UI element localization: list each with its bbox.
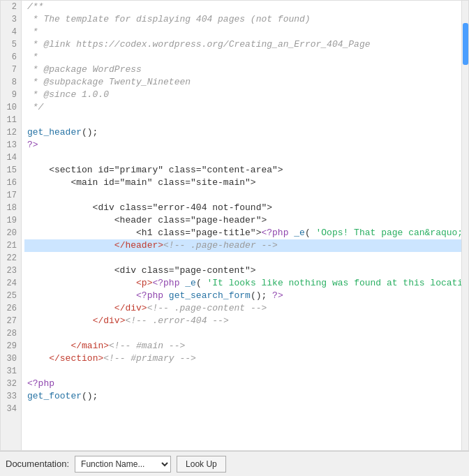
code-line: get_footer(); bbox=[24, 390, 461, 403]
line-number: 26 bbox=[1, 302, 21, 315]
code-line: * @package WordPress bbox=[24, 64, 461, 76]
line-number: 18 bbox=[1, 202, 21, 214]
code-line: <div class="error-404 not-found"> bbox=[24, 202, 461, 214]
code-line: <?php bbox=[24, 378, 461, 390]
line-number: 12 bbox=[1, 126, 21, 139]
line-number: 16 bbox=[1, 177, 21, 189]
code-line: </section><!-- #primary --> bbox=[24, 352, 461, 365]
line-number: 9 bbox=[1, 89, 21, 101]
line-number: 20 bbox=[1, 227, 21, 239]
code-line: * @link https://codex.wordpress.org/Crea… bbox=[24, 38, 461, 51]
line-number: 34 bbox=[1, 403, 21, 415]
code-line bbox=[24, 327, 461, 340]
line-number: 2 bbox=[1, 1, 21, 13]
line-number: 8 bbox=[1, 76, 21, 89]
code-line: * bbox=[24, 51, 461, 64]
line-number: 5 bbox=[1, 38, 21, 51]
editor-area: 2345678910111213141516171819202122232425… bbox=[0, 0, 469, 451]
line-number: 27 bbox=[1, 315, 21, 327]
code-line bbox=[24, 252, 461, 265]
line-number: 23 bbox=[1, 265, 21, 277]
code-line: <div class="page-content"> bbox=[24, 265, 461, 277]
scrollbar-thumb[interactable] bbox=[463, 23, 468, 65]
code-line: * bbox=[24, 26, 461, 38]
code-line: ?> bbox=[24, 139, 461, 151]
code-line: <?php get_search_form(); ?> bbox=[24, 290, 461, 302]
line-number: 24 bbox=[1, 277, 21, 290]
code-line bbox=[24, 114, 461, 126]
code-line: </div><!-- .error-404 --> bbox=[24, 315, 461, 327]
code-line: </div><!-- .page-content --> bbox=[24, 302, 461, 315]
look-up-button[interactable]: Look Up bbox=[177, 456, 226, 473]
line-number: 30 bbox=[1, 352, 21, 365]
code-line: * @subpackage Twenty_Nineteen bbox=[24, 76, 461, 89]
line-number: 3 bbox=[1, 13, 21, 26]
line-number: 10 bbox=[1, 101, 21, 114]
code-line: </header><!-- .page-header --> bbox=[24, 239, 461, 252]
code-line: * @since 1.0.0 bbox=[24, 89, 461, 101]
line-number: 6 bbox=[1, 51, 21, 64]
line-number: 7 bbox=[1, 64, 21, 76]
code-area: /** * The template for displaying 404 pa… bbox=[22, 1, 461, 450]
code-line: <h1 class="page-title"><?php _e( 'Oops! … bbox=[24, 227, 461, 239]
documentation-label: Documentation: bbox=[6, 459, 69, 469]
line-number: 28 bbox=[1, 327, 21, 340]
code-line bbox=[24, 189, 461, 202]
line-number: 4 bbox=[1, 26, 21, 38]
code-line: </main><!-- #main --> bbox=[24, 340, 461, 352]
line-number: 11 bbox=[1, 114, 21, 126]
line-number: 25 bbox=[1, 290, 21, 302]
line-number: 15 bbox=[1, 164, 21, 177]
code-line bbox=[24, 151, 461, 164]
code-line: /** bbox=[24, 1, 461, 13]
bottom-bar: Documentation: Function Name... Look Up bbox=[0, 451, 469, 476]
code-line: <p><?php _e( 'It looks like nothing was … bbox=[24, 277, 461, 290]
code-line: <header class="page-header"> bbox=[24, 214, 461, 227]
function-name-select[interactable]: Function Name... bbox=[75, 456, 171, 473]
code-line: <section id="primary" class="content-are… bbox=[24, 164, 461, 177]
code-line: get_header(); bbox=[24, 126, 461, 139]
line-numbers: 2345678910111213141516171819202122232425… bbox=[1, 1, 22, 450]
scrollbar[interactable] bbox=[461, 1, 468, 450]
line-number: 32 bbox=[1, 378, 21, 390]
line-number: 17 bbox=[1, 189, 21, 202]
code-line: <main id="main" class="site-main"> bbox=[24, 177, 461, 189]
line-number: 33 bbox=[1, 390, 21, 403]
code-line bbox=[24, 403, 461, 415]
line-number: 19 bbox=[1, 214, 21, 227]
function-select-wrapper[interactable]: Function Name... bbox=[75, 456, 171, 473]
code-line: */ bbox=[24, 101, 461, 114]
line-number: 29 bbox=[1, 340, 21, 352]
line-number: 14 bbox=[1, 151, 21, 164]
code-line: * The template for displaying 404 pages … bbox=[24, 13, 461, 26]
code-line bbox=[24, 365, 461, 378]
line-number: 13 bbox=[1, 139, 21, 151]
line-number: 21 bbox=[1, 239, 21, 252]
line-number: 31 bbox=[1, 365, 21, 378]
line-number: 22 bbox=[1, 252, 21, 265]
